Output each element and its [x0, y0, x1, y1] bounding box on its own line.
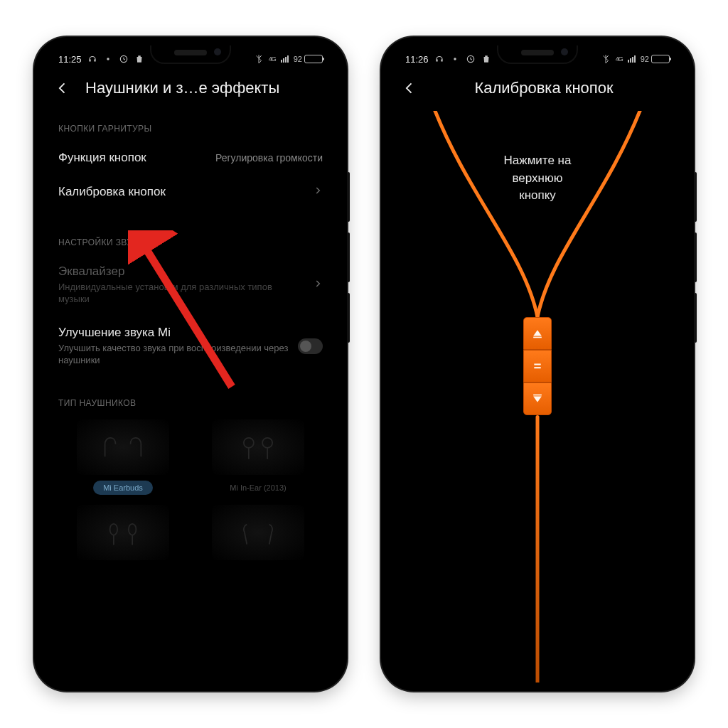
earbuds-icon	[77, 419, 169, 475]
earbuds-icon	[212, 505, 304, 560]
headphone-label: Mi Earbuds	[93, 481, 153, 495]
signal-icon	[281, 55, 289, 63]
app-header: Калибровка кнопок	[390, 73, 685, 111]
status-icon	[450, 54, 460, 64]
remote-play-button[interactable]	[523, 350, 552, 382]
svg-point-0	[107, 58, 109, 60]
svg-point-4	[110, 523, 118, 535]
earbuds-icon	[212, 419, 304, 475]
battery-indicator: 92	[294, 55, 323, 63]
row-equalizer: Эквалайзер Индивидуальные установки для …	[43, 255, 338, 316]
headphone-option[interactable]	[193, 505, 323, 572]
trash-status-icon	[134, 54, 144, 64]
network-type: 4G	[269, 56, 276, 63]
svg-point-7	[454, 58, 456, 60]
mi-sound-toggle[interactable]	[298, 338, 323, 354]
status-time: 11:25	[58, 54, 82, 65]
section-sound-settings: НАСТРОЙКИ ЗВУКА	[43, 209, 338, 255]
headset-cable	[536, 415, 540, 682]
page-title: Наушники и з…е эффекты	[85, 79, 279, 97]
bluetooth-icon	[254, 54, 264, 64]
row-button-function[interactable]: Функция кнопок Регулировка громкости	[43, 141, 338, 175]
row-button-calibration[interactable]: Калибровка кнопок	[43, 175, 338, 209]
notch	[151, 46, 230, 63]
headphone-option[interactable]: Mi Earbuds	[58, 419, 188, 495]
svg-point-2	[244, 437, 254, 447]
notch	[498, 46, 577, 63]
headphone-label: Mi In-Ear (2013)	[220, 481, 296, 495]
calibration-illustration: Нажмите на верхнюю кнопку	[390, 111, 685, 670]
battery-indicator: 92	[641, 55, 670, 63]
status-time: 11:26	[405, 54, 429, 65]
svg-point-5	[129, 523, 136, 535]
phone-mockup-right: 11:26 4G 92	[381, 37, 694, 691]
calibration-instruction: Нажмите на верхнюю кнопку	[390, 152, 685, 205]
signal-icon	[628, 55, 636, 63]
earbuds-icon	[77, 505, 169, 560]
headset-remote	[523, 317, 552, 415]
clock-status-icon	[119, 54, 129, 64]
phone-mockup-left: 11:25 4G 92	[34, 37, 347, 691]
headphones-status-icon	[434, 54, 444, 64]
svg-point-3	[262, 437, 272, 447]
chevron-right-icon	[313, 186, 323, 198]
chevron-right-icon	[313, 279, 323, 291]
section-headset-buttons: КНОПКИ ГАРНИТУРЫ	[43, 111, 338, 141]
svg-rect-12	[533, 395, 542, 396]
clock-status-icon	[466, 54, 476, 64]
remote-up-button[interactable]	[523, 317, 552, 350]
headphone-label	[248, 566, 268, 572]
svg-rect-9	[533, 337, 542, 338]
svg-rect-10	[534, 364, 540, 365]
remote-down-button[interactable]	[523, 382, 552, 415]
back-button[interactable]	[53, 78, 73, 98]
headphone-option[interactable]: Mi In-Ear (2013)	[193, 419, 323, 495]
trash-status-icon	[481, 54, 491, 64]
svg-rect-11	[534, 367, 540, 368]
status-icon	[103, 54, 113, 64]
section-headphone-type: ТИП НАУШНИКОВ	[43, 377, 338, 415]
headphone-option[interactable]	[58, 505, 188, 572]
app-header: Наушники и з…е эффекты	[43, 73, 338, 111]
page-title: Калибровка кнопок	[412, 79, 675, 97]
headphone-type-grid: Mi Earbuds Mi In-Ear (2013)	[43, 415, 338, 586]
row-mi-sound[interactable]: Улучшение звука Mi Улучшить качество зву…	[43, 316, 338, 377]
bluetooth-icon	[601, 54, 611, 64]
headphone-label	[113, 566, 133, 572]
network-type: 4G	[616, 56, 623, 63]
headphones-status-icon	[87, 54, 97, 64]
